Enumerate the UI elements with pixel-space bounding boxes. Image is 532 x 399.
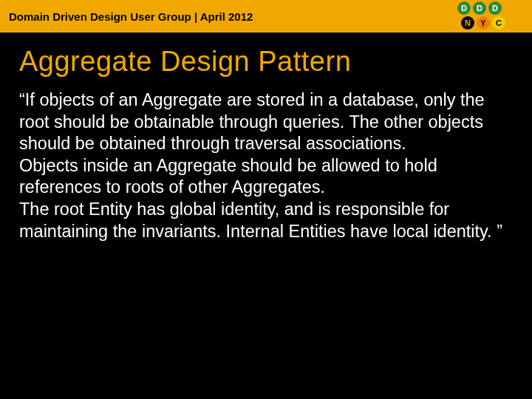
slide-title: Aggregate Design Pattern [19, 46, 513, 78]
header-bar: Domain Driven Design User Group | April … [0, 0, 532, 33]
logo-letter-c: C [492, 16, 505, 30]
slide-body: “If objects of an Aggregate are stored i… [19, 89, 513, 242]
logo-letter-d1: D [457, 1, 471, 15]
header-text: Domain Driven Design User Group | April … [9, 10, 253, 23]
logo-letter-n: N [461, 16, 474, 30]
logo-letter-d3: D [488, 1, 502, 15]
logo-ddd-nyc: D D D N Y C [454, 1, 505, 30]
logo-row-top: D D D [457, 1, 502, 15]
content-area: Aggregate Design Pattern “If objects of … [0, 33, 532, 242]
logo-letter-y: Y [477, 16, 490, 30]
logo-row-bottom: N Y C [461, 16, 505, 30]
logo-letter-d2: D [473, 1, 486, 15]
